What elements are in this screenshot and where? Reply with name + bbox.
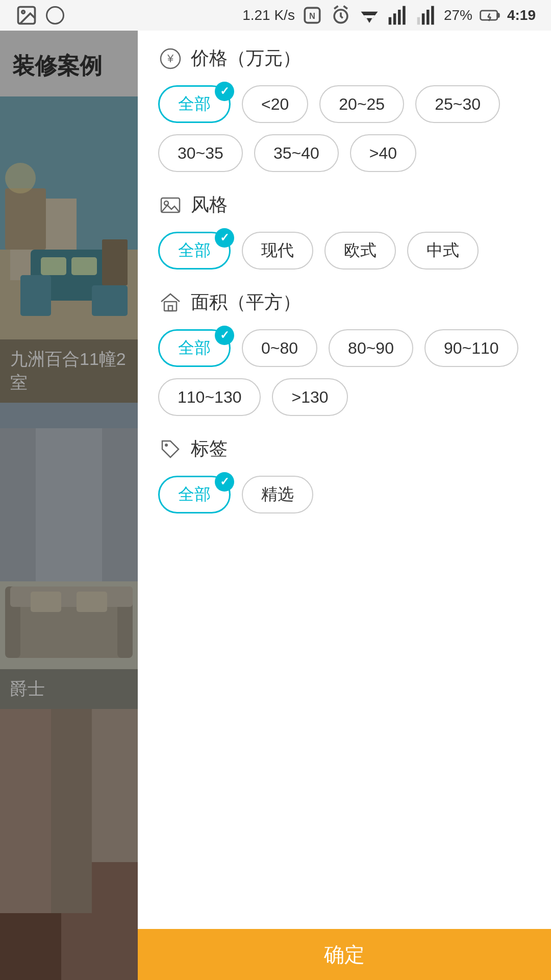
svg-rect-55 — [168, 306, 172, 311]
style-option-1[interactable]: 现代 — [242, 232, 313, 270]
confirm-button[interactable]: 确定 — [138, 929, 551, 980]
svg-rect-29 — [102, 239, 128, 285]
style-options: 全部 现代 欧式 中式 — [158, 232, 531, 270]
style-option-3[interactable]: 中式 — [407, 232, 479, 270]
right-panel: ¥ 价格（万元） 全部 <20 20~25 25~30 — [138, 31, 551, 980]
svg-rect-19 — [497, 13, 499, 17]
network-speed: 1.21 K/s — [242, 7, 295, 23]
signal-icon-2 — [415, 4, 438, 27]
tag-title: 标签 — [191, 436, 228, 461]
style-option-0[interactable]: 全部 — [158, 232, 231, 270]
svg-rect-44 — [77, 592, 107, 612]
svg-rect-37 — [102, 428, 138, 581]
area-section: 面积（平方） 全部 0~80 80~90 90~110 110~130 — [158, 290, 531, 416]
check-badge-area — [215, 326, 234, 345]
svg-point-1 — [22, 11, 25, 14]
price-option-6[interactable]: >40 — [350, 134, 416, 172]
sidebar-item-0[interactable]: 九洲百合11幢2室 — [0, 96, 138, 403]
area-option-4[interactable]: 110~130 — [158, 378, 261, 416]
price-option-5[interactable]: 35~40 — [254, 134, 339, 172]
svg-rect-27 — [20, 275, 51, 316]
svg-marker-9 — [366, 18, 372, 23]
main-container: 装修案例 — [0, 31, 551, 980]
photo-icon — [15, 4, 38, 27]
svg-rect-33 — [71, 257, 97, 275]
sidebar: 装修案例 — [0, 31, 138, 980]
check-badge-style — [215, 228, 234, 248]
signal-icon-1 — [387, 4, 409, 27]
price-option-3[interactable]: 25~30 — [415, 85, 500, 123]
sidebar-item-1[interactable]: 爵士 — [0, 403, 138, 709]
check-badge-tag — [215, 472, 234, 492]
svg-rect-30 — [5, 188, 46, 250]
area-option-5[interactable]: >130 — [272, 378, 347, 416]
tag-option-1[interactable]: 精选 — [242, 476, 313, 513]
price-option-4[interactable]: 30~35 — [158, 134, 243, 172]
area-option-2[interactable]: 80~90 — [329, 329, 413, 367]
svg-rect-42 — [10, 586, 133, 607]
svg-rect-32 — [41, 257, 66, 275]
tag-option-0[interactable]: 全部 — [158, 476, 231, 513]
price-option-2[interactable]: 20~25 — [319, 85, 404, 123]
style-option-2[interactable]: 欧式 — [324, 232, 396, 270]
svg-text:N: N — [309, 11, 315, 20]
sidebar-item-label-0: 九洲百合11幢2室 — [0, 339, 138, 403]
svg-rect-12 — [398, 10, 401, 24]
alarm-icon — [330, 4, 352, 27]
check-badge-price — [215, 82, 234, 101]
svg-point-56 — [165, 444, 168, 447]
svg-rect-28 — [92, 285, 128, 316]
svg-rect-43 — [31, 592, 61, 612]
battery-percent: 27% — [444, 7, 472, 23]
price-option-0[interactable]: 全部 — [158, 85, 231, 123]
area-option-3[interactable]: 90~110 — [424, 329, 518, 367]
svg-point-53 — [164, 201, 168, 205]
svg-rect-16 — [427, 10, 430, 24]
price-options: 全部 <20 20~25 25~30 30~35 35~40 — [158, 85, 531, 172]
battery-icon — [479, 4, 501, 27]
price-option-1[interactable]: <20 — [242, 85, 308, 123]
svg-rect-52 — [161, 198, 180, 212]
price-header: ¥ 价格（万元） — [158, 46, 531, 71]
status-bar: 1.21 K/s N — [0, 0, 551, 31]
room-illustration-2 — [0, 709, 138, 980]
area-title: 面积（平方） — [191, 290, 301, 315]
svg-rect-47 — [51, 709, 92, 913]
svg-line-6 — [343, 6, 347, 9]
tag-header: 标签 — [158, 436, 531, 461]
svg-point-31 — [5, 163, 36, 193]
svg-rect-17 — [431, 6, 434, 25]
wifi-icon — [358, 4, 381, 27]
sidebar-item-label-1: 爵士 — [0, 669, 138, 709]
area-options: 全部 0~80 80~90 90~110 110~130 >130 — [158, 329, 531, 416]
price-section: ¥ 价格（万元） 全部 <20 20~25 25~30 — [158, 46, 531, 172]
svg-rect-38 — [0, 428, 36, 581]
image-icon — [158, 193, 183, 217]
style-section: 风格 全部 现代 欧式 中式 — [158, 192, 531, 270]
room-illustration-1 — [0, 403, 138, 709]
sidebar-item-2[interactable] — [0, 709, 138, 980]
status-left-icons — [15, 4, 64, 27]
tag-options: 全部 精选 — [158, 476, 531, 513]
svg-line-5 — [334, 6, 338, 9]
svg-text:¥: ¥ — [167, 52, 174, 65]
area-option-0[interactable]: 全部 — [158, 329, 231, 367]
yen-icon: ¥ — [158, 46, 183, 71]
status-time: 4:19 — [507, 7, 536, 23]
area-option-1[interactable]: 0~80 — [242, 329, 317, 367]
svg-rect-15 — [422, 13, 425, 24]
sidebar-title: 装修案例 — [0, 31, 138, 96]
circle-icon — [46, 6, 64, 24]
tag-section: 标签 全部 精选 — [158, 436, 531, 513]
svg-rect-14 — [417, 17, 420, 25]
style-header: 风格 — [158, 192, 531, 217]
house-icon — [158, 290, 183, 315]
svg-rect-10 — [389, 17, 392, 25]
area-header: 面积（平方） — [158, 290, 531, 315]
style-title: 风格 — [191, 192, 228, 217]
svg-rect-49 — [0, 913, 61, 980]
sidebar-item-img-2 — [0, 709, 138, 980]
sidebar-item-img-1 — [0, 403, 138, 709]
svg-rect-11 — [393, 13, 396, 24]
price-title: 价格（万元） — [191, 46, 301, 71]
